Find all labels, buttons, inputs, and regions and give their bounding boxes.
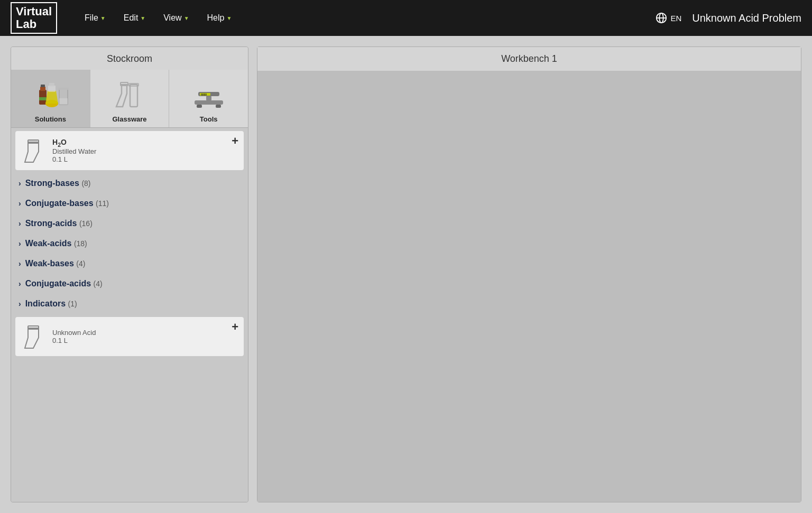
workbench-title: Workbench 1 [257,47,801,71]
svg-rect-5 [41,85,45,87]
unknown-acid-amount: 0.1 L [52,337,237,344]
conjugate-acids-label: Conjugate-acids (4) [25,279,103,288]
svg-rect-12 [59,98,68,105]
strong-bases-label: Strong-bases (8) [25,179,91,188]
weak-acids-label: Weak-acids (18) [25,239,87,248]
indicators-label: Indicators (1) [25,299,77,309]
nav-file[interactable]: File ▼ [78,10,112,26]
svg-marker-14 [116,85,127,107]
chevron-right-icon: › [19,199,21,208]
main-content: Stockroom [0,36,812,513]
svg-rect-22 [197,105,202,108]
weak-bases-label: Weak-bases (4) [25,259,86,268]
language-selector[interactable]: EN [656,12,681,24]
chevron-right-icon: › [19,219,21,228]
category-weak-acids[interactable]: › Weak-acids (18) [11,234,248,254]
water-amount: 0.1 L [52,155,237,163]
strong-acids-label: Strong-acids (16) [25,219,93,228]
water-item-card: H2O Distilled Water 0.1 L + [15,131,244,170]
water-flask-icon [22,136,45,165]
category-indicators[interactable]: › Indicators (1) [11,294,248,314]
workbench-panel: Workbench 1 [257,46,801,502]
navbar-right: EN Unknown Acid Problem [656,12,801,24]
nav-edit[interactable]: Edit ▼ [117,10,152,26]
svg-rect-13 [58,88,69,90]
help-arrow-icon: ▼ [226,15,232,21]
chevron-right-icon: › [19,239,21,248]
unknown-acid-name: Unknown Acid [52,329,237,337]
tools-icon: 8888 [190,75,227,112]
unknown-acid-flask-icon [22,322,45,351]
chevron-right-icon: › [19,259,21,268]
file-arrow-icon: ▼ [100,15,106,21]
add-unknown-acid-button[interactable]: + [232,321,238,333]
add-water-button[interactable]: + [232,135,238,147]
chevron-right-icon: › [19,300,21,308]
chevron-right-icon: › [19,179,21,188]
workbench-body[interactable] [257,71,801,502]
svg-rect-6 [39,97,47,100]
tab-solutions[interactable]: Solutions [11,70,90,127]
unknown-acid-item-card: Unknown Acid 0.1 L + [15,317,244,356]
stockroom-title: Stockroom [11,47,248,70]
svg-rect-24 [206,96,211,100]
svg-rect-4 [40,87,45,91]
nav-help[interactable]: Help ▼ [201,10,238,26]
category-conjugate-acids[interactable]: › Conjugate-acids (4) [11,274,248,294]
globe-icon [656,12,667,24]
svg-text:8888: 8888 [201,93,207,96]
water-name: Distilled Water [52,147,237,155]
glassware-icon [111,75,148,112]
category-weak-bases[interactable]: › Weak-bases (4) [11,254,248,274]
category-conjugate-bases[interactable]: › Conjugate-bases (11) [11,193,248,213]
svg-rect-18 [195,100,223,105]
svg-marker-25 [25,142,39,162]
chevron-right-icon: › [19,279,21,288]
svg-rect-23 [216,105,221,108]
nav-view[interactable]: View ▼ [157,10,195,26]
stockroom-list[interactable]: H2O Distilled Water 0.1 L + › Strong-bas… [11,128,248,502]
tab-tools[interactable]: 8888 Tools [169,70,248,127]
view-arrow-icon: ▼ [184,15,189,21]
svg-marker-28 [25,328,39,348]
tab-glassware[interactable]: Glassware [90,70,170,127]
app-logo: Virtual Lab [11,2,57,34]
water-info: H2O Distilled Water 0.1 L [52,138,237,164]
stockroom-panel: Stockroom [11,46,248,502]
svg-rect-27 [29,140,38,141]
svg-rect-10 [49,83,54,87]
category-strong-acids[interactable]: › Strong-acids (16) [11,213,248,234]
water-formula: H2O [52,138,237,148]
category-strong-bases[interactable]: › Strong-bases (8) [11,173,248,193]
svg-rect-16 [130,85,137,107]
navbar-menu: File ▼ Edit ▼ View ▼ Help ▼ [78,10,640,26]
solutions-icon [32,75,69,112]
edit-arrow-icon: ▼ [140,15,145,21]
unknown-acid-info: Unknown Acid 0.1 L [52,329,237,344]
navbar: Virtual Lab File ▼ Edit ▼ View ▼ Help ▼ … [0,0,812,36]
category-tabs: Solutions Glassware [11,70,248,128]
problem-title: Unknown Acid Problem [692,12,801,24]
conjugate-bases-label: Conjugate-bases (11) [25,199,109,208]
svg-marker-8 [45,91,58,104]
